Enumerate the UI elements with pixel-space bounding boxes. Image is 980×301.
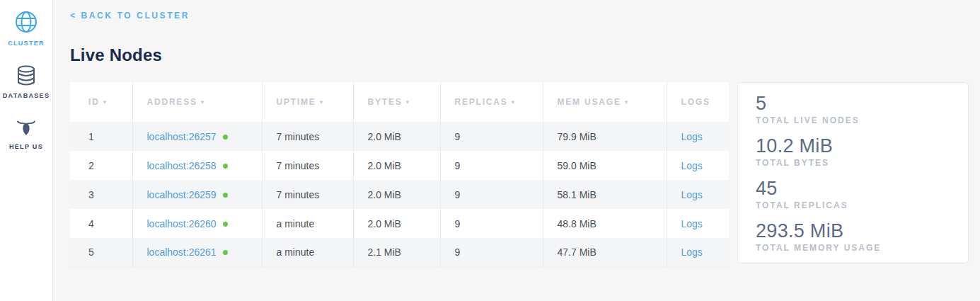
node-uptime-cell: a minute (262, 209, 353, 238)
node-address-link[interactable]: localhost:26261 (147, 246, 217, 258)
node-address-link[interactable]: localhost:26257 (147, 131, 217, 142)
summary-label: TOTAL LIVE NODES (756, 115, 954, 125)
node-logs-cell: Logs (667, 238, 729, 267)
back-to-cluster-link[interactable]: < BACK TO CLUSTER (70, 11, 190, 21)
column-header-address[interactable]: ADDRESS▾ (132, 82, 262, 122)
sort-arrow-icon: ▾ (406, 98, 410, 106)
node-address-cell: localhost:26261 (132, 238, 262, 267)
node-bytes-cell: 2.0 MiB (353, 151, 440, 180)
cluster-summary-card: 5 TOTAL LIVE NODES 10.2 MiB TOTAL BYTES … (737, 82, 969, 263)
node-logs-link[interactable]: Logs (681, 218, 703, 229)
sidebar-item-cluster[interactable]: CLUSTER (8, 9, 45, 47)
node-live-status-dot (223, 222, 228, 227)
column-header-uptime[interactable]: UPTIME▾ (262, 82, 353, 122)
node-live-status-dot (223, 164, 228, 169)
node-mem-usage-cell: 47.7 MiB (543, 238, 667, 267)
database-icon (15, 64, 38, 87)
summary-total-live-nodes: 5 TOTAL LIVE NODES (756, 92, 954, 125)
node-uptime-cell: a minute (262, 238, 353, 267)
node-address-cell: localhost:26259 (132, 180, 262, 209)
summary-total-bytes: 10.2 MiB TOTAL BYTES (756, 135, 954, 168)
content-row: ID▾ ADDRESS▾ UPTIME▾ BYTES▾ REPLICAS▾ ME… (70, 82, 980, 268)
table-row: 2 localhost:26258 7 minutes 2.0 MiB 9 59… (70, 151, 729, 180)
node-mem-usage-cell: 79.9 MiB (543, 122, 667, 151)
sidebar-item-label: DATABASES (3, 92, 50, 99)
sort-arrow-icon: ▾ (201, 98, 205, 106)
column-header-bytes[interactable]: BYTES▾ (353, 82, 440, 122)
main-content: < BACK TO CLUSTER Live Nodes ID▾ ADDRESS… (53, 0, 980, 301)
table-row: 5 localhost:26261 a minute 2.1 MiB 9 47.… (70, 238, 729, 267)
sidebar-item-help-us[interactable]: HELP US (9, 117, 43, 150)
node-mem-usage-cell: 48.8 MiB (543, 209, 667, 238)
node-logs-cell: Logs (667, 180, 729, 209)
globe-icon (13, 9, 39, 35)
sort-arrow-icon: ▾ (320, 98, 324, 106)
table-header-row: ID▾ ADDRESS▾ UPTIME▾ BYTES▾ REPLICAS▾ ME… (70, 82, 729, 122)
bug-icon (16, 117, 37, 138)
sort-arrow-icon: ▾ (103, 98, 108, 106)
node-replicas-cell: 9 (440, 238, 543, 267)
live-nodes-table: ID▾ ADDRESS▾ UPTIME▾ BYTES▾ REPLICAS▾ ME… (70, 82, 729, 268)
node-id-cell: 1 (70, 122, 132, 151)
column-header-replicas[interactable]: REPLICAS▾ (440, 82, 543, 122)
page-title: Live Nodes (70, 45, 980, 65)
node-live-status-dot (223, 135, 228, 140)
node-bytes-cell: 2.1 MiB (353, 238, 440, 267)
node-address-cell: localhost:26258 (132, 151, 262, 180)
node-address-link[interactable]: localhost:26260 (147, 218, 217, 229)
sidebar-item-label: CLUSTER (8, 40, 45, 47)
node-address-link[interactable]: localhost:26259 (147, 189, 217, 200)
column-header-id[interactable]: ID▾ (70, 82, 132, 122)
summary-label: TOTAL REPLICAS (756, 200, 954, 210)
node-logs-link[interactable]: Logs (681, 160, 703, 171)
summary-value: 10.2 MiB (756, 135, 954, 157)
node-id-cell: 3 (70, 180, 132, 209)
summary-total-memory-usage: 293.5 MiB TOTAL MEMORY USAGE (756, 220, 954, 253)
node-mem-usage-cell: 58.1 MiB (543, 180, 667, 209)
summary-value: 45 (756, 177, 954, 200)
sidebar-item-label: HELP US (9, 143, 43, 150)
node-uptime-cell: 7 minutes (262, 180, 353, 209)
node-logs-cell: Logs (667, 122, 729, 151)
app-window: CLUSTER DATABASES HELP US (0, 0, 980, 301)
node-id-cell: 2 (70, 151, 132, 180)
node-uptime-cell: 7 minutes (262, 151, 353, 180)
node-logs-link[interactable]: Logs (681, 246, 703, 258)
summary-value: 293.5 MiB (756, 220, 954, 242)
table-row: 1 localhost:26257 7 minutes 2.0 MiB 9 79… (70, 122, 729, 151)
summary-label: TOTAL BYTES (756, 158, 954, 168)
node-uptime-cell: 7 minutes (262, 122, 353, 151)
node-logs-cell: Logs (667, 151, 729, 180)
sort-arrow-icon: ▾ (512, 98, 516, 106)
node-id-cell: 4 (70, 209, 132, 238)
column-header-mem-usage[interactable]: MEM USAGE▾ (543, 82, 667, 122)
sidebar-item-databases[interactable]: DATABASES (3, 64, 50, 99)
table-row: 3 localhost:26259 7 minutes 2.0 MiB 9 58… (70, 180, 729, 209)
node-bytes-cell: 2.0 MiB (353, 209, 440, 238)
node-address-link[interactable]: localhost:26258 (147, 160, 217, 171)
node-logs-link[interactable]: Logs (681, 131, 703, 142)
sort-arrow-icon: ▾ (625, 98, 629, 106)
node-replicas-cell: 9 (440, 122, 543, 151)
node-replicas-cell: 9 (440, 209, 543, 238)
column-header-logs: LOGS (667, 82, 729, 122)
node-address-cell: localhost:26257 (132, 122, 262, 151)
node-logs-cell: Logs (667, 209, 729, 238)
node-bytes-cell: 2.0 MiB (353, 180, 440, 209)
table-row: 4 localhost:26260 a minute 2.0 MiB 9 48.… (70, 209, 729, 238)
node-live-status-dot (223, 193, 228, 198)
summary-label: TOTAL MEMORY USAGE (756, 243, 954, 253)
node-mem-usage-cell: 59.0 MiB (543, 151, 667, 180)
node-address-cell: localhost:26260 (132, 209, 262, 238)
node-live-status-dot (223, 250, 228, 255)
summary-value: 5 (756, 92, 954, 115)
node-replicas-cell: 9 (440, 180, 543, 209)
node-logs-link[interactable]: Logs (681, 189, 703, 200)
summary-total-replicas: 45 TOTAL REPLICAS (756, 177, 954, 210)
node-replicas-cell: 9 (440, 151, 543, 180)
node-id-cell: 5 (70, 238, 132, 267)
node-bytes-cell: 2.0 MiB (353, 122, 440, 151)
sidebar: CLUSTER DATABASES HELP US (0, 0, 53, 301)
